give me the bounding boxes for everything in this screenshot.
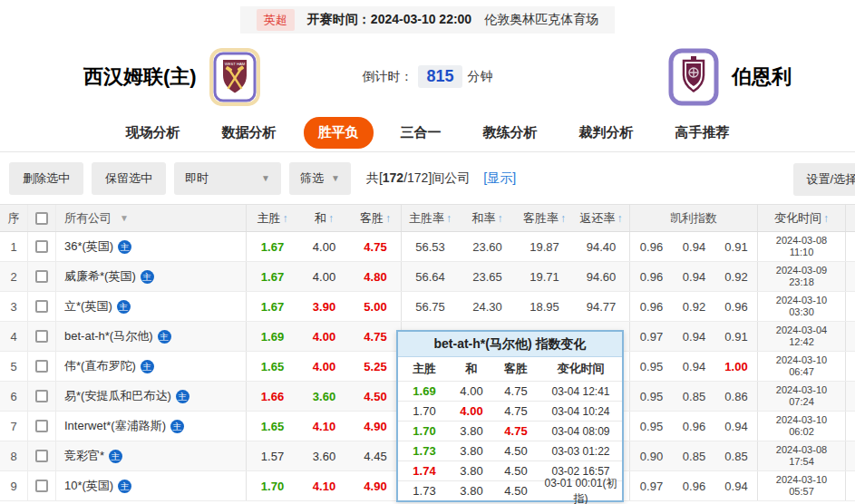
row-checkbox[interactable] [35,420,48,432]
away-win-rate: 18.95 [516,300,573,314]
company-cell[interactable]: 易*(安提瓜和巴布达)主 [56,382,247,411]
return-rate: 94.77 [573,292,630,321]
col-away-rate-header[interactable]: 客胜率↑ [516,210,573,227]
popup-away-odds: 4.75 [492,424,539,438]
trend-column-sliver [846,352,855,381]
col-away-win-header[interactable]: 客胜↑ [350,205,402,231]
home-odds: 1.57 [247,450,298,463]
nav-tab-3[interactable]: 三合一 [386,117,456,149]
show-link[interactable]: [显示] [483,170,516,187]
kelly-home: 0.96 [630,240,673,254]
odds-history-popup: bet-at-h*(马尔他) 指数变化 主胜 和 客胜 变化时间 1.69 4.… [396,330,624,502]
draw-rate: 23.65 [459,270,516,284]
col-company-header[interactable]: 所有公司▼ [56,205,247,231]
col-index-header: 序 [0,210,27,227]
row-checkbox[interactable] [35,480,48,492]
nav-tab-1[interactable]: 数据分析 [208,117,291,149]
kelly-away: 0.91 [715,322,758,351]
change-time: 2024-03-0412:42 [758,322,846,351]
kickoff-time: 开赛时间：2024-03-10 22:00 [307,12,471,28]
company-cell[interactable]: bet-at-h*(马尔他)主 [56,322,247,351]
company-header-label: 所有公司 [64,210,112,227]
kelly-home: 0.95 [630,390,673,403]
settings-button[interactable]: 设置/选择 [793,163,855,196]
company-cell[interactable]: 10*(英国)主 [56,471,247,500]
away-odds: 5.25 [350,352,402,381]
countdown-value: 815 [418,65,462,88]
select-all-checkbox[interactable] [35,212,48,225]
home-win-rate: 56.75 [402,300,459,314]
row-checkbox[interactable] [35,450,48,462]
change-clock: 23:18 [758,276,845,288]
kelly-draw: 0.96 [673,480,715,493]
nav-tab-6[interactable]: 高手推荐 [661,117,744,149]
row-checkbox[interactable] [35,360,48,373]
nav-tab-5[interactable]: 裁判分析 [565,117,648,149]
company-cell[interactable]: Interwet*(塞浦路斯)主 [56,412,247,441]
company-name: 易*(安提瓜和巴布达) [64,388,171,404]
col-return-rate-header[interactable]: 返还率↑ [573,205,630,231]
company-name: Interwet*(塞浦路斯) [64,418,166,434]
nav-tab-2[interactable]: 胜平负 [304,117,374,149]
main-company-icon: 主 [109,450,122,463]
row-checkbox[interactable] [35,240,48,253]
filter-select[interactable]: 筛选 ▼ [289,162,351,195]
home-odds: 1.66 [247,390,298,403]
change-time: 2024-03-1006:02 [758,412,846,441]
table-toolbar: 删除选中 保留选中 即时 ▼ 筛选 ▼ 共[172/172]间公司 [显示] 设… [0,152,855,204]
popup-header-row: 主胜 和 客胜 变化时间 [398,357,622,381]
popup-draw-odds: 3.80 [451,424,492,438]
col-home-rate-header[interactable]: 主胜率↑ [402,210,459,227]
odds-time-select[interactable]: 即时 ▼ [174,162,281,195]
row-checkbox[interactable] [35,330,48,343]
draw-rate: 23.60 [459,240,516,254]
kelly-away: 0.92 [715,262,758,291]
count-prefix: 共[ [366,170,383,185]
nav-tab-0[interactable]: 现场分析 [112,117,195,149]
change-date: 2024-03-08 [758,235,845,247]
popup-home-odds: 1.73 [398,484,451,498]
chevron-down-icon: ▼ [331,173,340,183]
col-home-win-header[interactable]: 主胜↑ [247,210,298,227]
popup-change-time: 03-04 10:24 [539,405,622,418]
row-checkbox[interactable] [35,390,48,402]
row-checkbox-cell [27,262,56,291]
company-cell[interactable]: 36*(英国)主 [56,232,247,261]
draw-odds: 3.60 [298,390,350,403]
kelly-draw: 0.94 [673,360,715,373]
row-checkbox[interactable] [35,270,48,283]
change-date: 2024-03-09 [758,265,845,276]
popup-row: 1.70 3.80 4.75 03-04 08:09 [398,421,622,441]
change-clock: 12:42 [758,336,845,348]
popup-draw-odds: 3.80 [451,444,492,458]
col-draw-rate-header[interactable]: 和率↑ [459,210,516,227]
away-odds: 4.90 [350,471,402,500]
draw-odds: 4.10 [298,420,350,433]
row-checkbox-cell [27,322,56,351]
popup-row: 1.73 3.80 4.50 03-01 00:01(初指) [398,480,622,500]
row-index: 9 [0,480,27,493]
company-cell[interactable]: 伟*(直布罗陀)主 [56,352,247,381]
change-clock: 06:02 [758,426,845,438]
sort-asc-icon: ↑ [328,212,334,225]
col-change-time-header[interactable]: 变化时间↑ [758,205,846,231]
keep-selected-button[interactable]: 保留选中 [92,162,166,195]
popup-home-odds: 1.70 [398,404,451,418]
row-checkbox[interactable] [35,300,48,313]
company-cell[interactable]: 竞彩官*主 [56,441,247,470]
trend-column-sliver [846,382,855,411]
row-checkbox-cell [27,352,56,381]
company-cell[interactable]: 威廉希*(英国)主 [56,262,247,291]
change-clock: 11:10 [758,247,845,258]
main-company-icon: 主 [158,330,171,344]
main-company-icon: 主 [176,390,189,403]
match-info-bar: 英超 开赛时间：2024-03-10 22:00 伦敦奥林匹克体育场 [0,0,855,40]
col-draw-header[interactable]: 和↑ [298,210,350,227]
draw-odds: 3.90 [298,300,350,314]
change-date: 2024-03-08 [758,444,845,456]
nav-tab-4[interactable]: 教练分析 [469,117,552,149]
kelly-draw: 0.94 [673,330,715,344]
count-value: 172 [383,170,403,185]
company-cell[interactable]: 立*(英国)主 [56,292,247,321]
delete-selected-button[interactable]: 删除选中 [9,162,83,195]
